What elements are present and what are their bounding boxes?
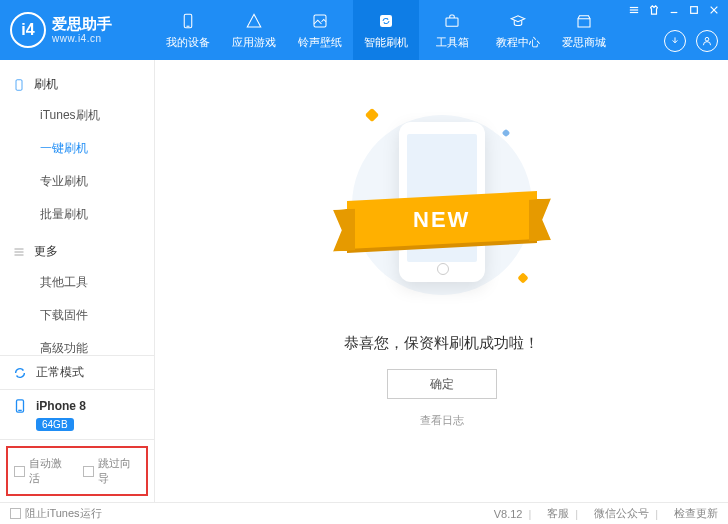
tab-label: 爱思商城: [562, 35, 606, 50]
minimize-icon[interactable]: [668, 4, 680, 16]
sidebar-item-batch-flash[interactable]: 批量刷机: [0, 198, 154, 231]
app-header: i4 爱思助手 www.i4.cn 我的设备 应用游戏 铃声壁纸 智能刷机 工具…: [0, 0, 728, 60]
sidebar-item-itunes-flash[interactable]: iTunes刷机: [0, 99, 154, 132]
menu-icon[interactable]: [628, 4, 640, 16]
sidebar-group-label: 更多: [34, 243, 58, 260]
maximize-icon[interactable]: [688, 4, 700, 16]
sidebar-item-advanced[interactable]: 高级功能: [0, 332, 154, 355]
ribbon-text: NEW: [413, 207, 470, 233]
tab-ringtone[interactable]: 铃声壁纸: [287, 0, 353, 60]
sidebar-item-oneclick[interactable]: 一键刷机: [0, 132, 154, 165]
capacity-badge: 64GB: [36, 418, 74, 431]
svg-rect-13: [16, 79, 22, 90]
checkbox-label: 自动激活: [29, 456, 71, 486]
main-tabs: 我的设备 应用游戏 铃声壁纸 智能刷机 工具箱 教程中心 爱思商城: [155, 0, 617, 60]
download-icon[interactable]: [664, 30, 686, 52]
brand-logo-icon: i4: [10, 12, 46, 48]
tab-toolbox[interactable]: 工具箱: [419, 0, 485, 60]
tab-tutorial[interactable]: 教程中心: [485, 0, 551, 60]
tab-label: 教程中心: [496, 35, 540, 50]
checkbox-skip-guide[interactable]: 跳过向导: [83, 456, 140, 486]
checkbox-auto-activate[interactable]: 自动激活: [14, 456, 71, 486]
refresh-small-icon: [12, 365, 28, 381]
user-icon[interactable]: [696, 30, 718, 52]
check-update-link[interactable]: 检查更新: [674, 506, 718, 521]
brand-name: 爱思助手: [52, 16, 112, 33]
tab-label: 工具箱: [436, 35, 469, 50]
sidebar-item-other-tools[interactable]: 其他工具: [0, 266, 154, 299]
shirt-icon[interactable]: [648, 4, 660, 16]
phone-icon: [178, 11, 198, 31]
svg-rect-9: [691, 7, 698, 14]
success-message: 恭喜您，保资料刷机成功啦！: [344, 334, 539, 353]
sidebar-item-dl-fw[interactable]: 下载固件: [0, 299, 154, 332]
tab-label: 铃声壁纸: [298, 35, 342, 50]
device-mode[interactable]: 正常模式: [0, 356, 154, 390]
tab-store[interactable]: 爱思商城: [551, 0, 617, 60]
list-icon: [12, 245, 26, 259]
sidebar-group-label: 刷机: [34, 76, 58, 93]
sidebar-group-more[interactable]: 更多: [0, 237, 154, 266]
options-box: 自动激活 跳过向导: [6, 446, 148, 496]
checkbox-label: 跳过向导: [98, 456, 140, 486]
svg-rect-4: [446, 18, 458, 26]
support-link[interactable]: 客服: [547, 506, 569, 521]
success-illustration: NEW: [327, 100, 557, 310]
store-icon: [574, 11, 594, 31]
device-mode-label: 正常模式: [36, 364, 84, 381]
header-actions: [664, 30, 718, 52]
refresh-icon: [376, 11, 396, 31]
sidebar-item-pro-flash[interactable]: 专业刷机: [0, 165, 154, 198]
tab-label: 智能刷机: [364, 35, 408, 50]
new-ribbon: NEW: [347, 191, 537, 249]
wechat-link[interactable]: 微信公众号: [594, 506, 649, 521]
sidebar-group-flash[interactable]: 刷机: [0, 70, 154, 99]
tab-label: 我的设备: [166, 35, 210, 50]
checkbox-block-itunes[interactable]: 阻止iTunes运行: [10, 506, 102, 521]
version-label: V8.12: [494, 508, 523, 520]
wallpaper-icon: [310, 11, 330, 31]
window-controls: [628, 4, 720, 16]
toolbox-icon: [442, 11, 462, 31]
main-panel: NEW 恭喜您，保资料刷机成功啦！ 确定 查看日志: [155, 60, 728, 502]
checkbox-label: 阻止iTunes运行: [25, 506, 102, 521]
svg-rect-2: [314, 15, 326, 27]
apps-icon: [244, 11, 264, 31]
phone-small-icon: [12, 398, 28, 414]
sidebar: 刷机 iTunes刷机 一键刷机 专业刷机 批量刷机 更多 其他工具 下载固件 …: [0, 60, 155, 502]
svg-point-12: [705, 37, 709, 41]
brand: i4 爱思助手 www.i4.cn: [0, 12, 155, 48]
svg-rect-3: [380, 15, 392, 27]
tab-flash[interactable]: 智能刷机: [353, 0, 419, 60]
close-icon[interactable]: [708, 4, 720, 16]
tab-apps[interactable]: 应用游戏: [221, 0, 287, 60]
tab-devices[interactable]: 我的设备: [155, 0, 221, 60]
graduation-icon: [508, 11, 528, 31]
tab-label: 应用游戏: [232, 35, 276, 50]
content-area: 刷机 iTunes刷机 一键刷机 专业刷机 批量刷机 更多 其他工具 下载固件 …: [0, 60, 728, 502]
ok-button[interactable]: 确定: [387, 369, 497, 399]
brand-url: www.i4.cn: [52, 33, 112, 44]
device-info[interactable]: iPhone 8 64GB: [0, 390, 154, 440]
status-bar: 阻止iTunes运行 V8.12 | 客服 | 微信公众号 | 检查更新: [0, 502, 728, 524]
phone-small-icon: [12, 78, 26, 92]
view-log-link[interactable]: 查看日志: [420, 413, 464, 428]
device-name: iPhone 8: [36, 399, 86, 413]
sidebar-bottom: 正常模式 iPhone 8 64GB 自动激活 跳过向导: [0, 355, 154, 502]
